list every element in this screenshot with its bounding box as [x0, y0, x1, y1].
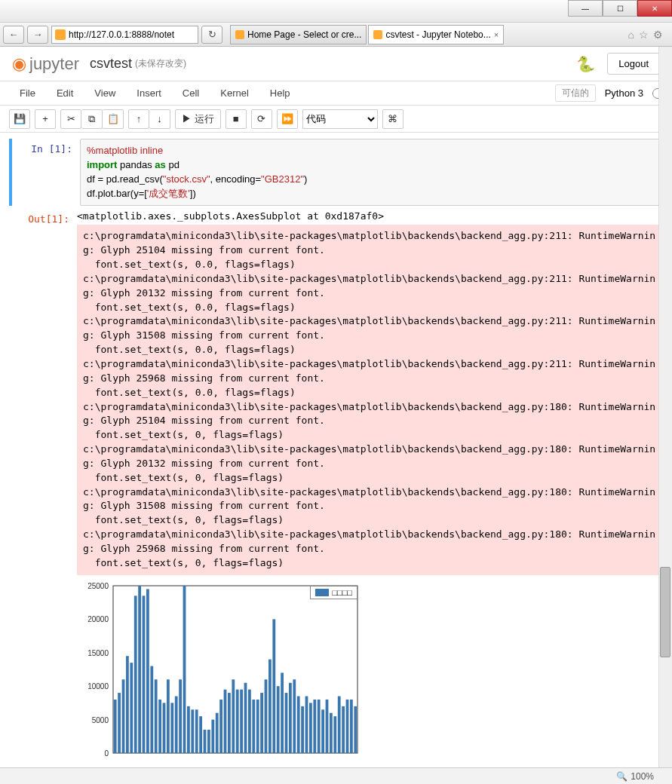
restart-button[interactable]: ⟳: [251, 109, 272, 129]
menu-cell[interactable]: Cell: [172, 87, 210, 99]
tab-close-icon[interactable]: ×: [494, 30, 499, 39]
jupyter-logo-icon: ◉: [12, 54, 26, 74]
menu-file[interactable]: File: [9, 87, 46, 99]
refresh-button[interactable]: ↻: [201, 26, 222, 44]
svg-rect-31: [211, 719, 214, 752]
input-prompt: In [1]:: [12, 139, 80, 206]
move-down-button[interactable]: ↓: [149, 109, 170, 129]
svg-text:20000: 20000: [87, 615, 109, 623]
notebook-toolbar: 💾 + ✂ ⧉ 📋 ↑ ↓ ▶ 运行 ■ ⟳ ⏩ 代码 ⌘: [0, 106, 672, 133]
svg-rect-17: [155, 679, 158, 753]
kernel-name[interactable]: Python 3: [596, 87, 652, 99]
notebook-header: ◉ jupyter csvtest (未保存改变) 🐍 Logout: [0, 47, 672, 81]
svg-text:5000: 5000: [92, 715, 109, 724]
svg-text:0: 0: [104, 749, 109, 758]
url-text: http://127.0.0.1:8888/notet: [69, 29, 174, 40]
svg-rect-6: [113, 586, 357, 753]
svg-rect-20: [167, 679, 170, 753]
legend-swatch-icon: [315, 589, 329, 596]
output-stderr: c:\programdata\miniconda3\lib\site-packa…: [77, 225, 663, 574]
code-input[interactable]: %matplotlib inline import pandas as pd d…: [80, 139, 663, 206]
tab-favicon-icon: [235, 30, 244, 39]
svg-rect-11: [130, 663, 133, 753]
browser-tab-notebook[interactable]: csvtest - Jupyter Notebo... ×: [368, 25, 504, 44]
interrupt-button[interactable]: ■: [226, 109, 247, 129]
svg-rect-23: [179, 679, 182, 753]
svg-text:25000: 25000: [87, 582, 109, 590]
scrollbar-thumb[interactable]: [660, 567, 670, 657]
svg-rect-7: [114, 700, 117, 753]
menu-help[interactable]: Help: [259, 87, 301, 99]
cut-cell-button[interactable]: ✂: [60, 109, 81, 129]
copy-cell-button[interactable]: ⧉: [81, 109, 103, 129]
svg-rect-63: [342, 706, 345, 752]
insert-cell-button[interactable]: +: [35, 109, 56, 129]
jupyter-brand-text: jupyter: [29, 54, 79, 74]
cell-type-select[interactable]: 代码: [302, 109, 378, 129]
notebook-name[interactable]: csvtest: [90, 56, 132, 72]
python-logo-icon: 🐍: [576, 55, 595, 73]
svg-rect-41: [252, 700, 255, 753]
window-minimize[interactable]: —: [568, 0, 603, 17]
zoom-icon[interactable]: 🔍: [616, 771, 628, 782]
address-bar[interactable]: http://127.0.0.1:8888/notet: [51, 26, 198, 44]
menu-view[interactable]: View: [84, 87, 126, 99]
trusted-indicator[interactable]: 可信的: [555, 84, 596, 102]
vertical-scrollbar[interactable]: [658, 47, 672, 770]
svg-rect-25: [187, 706, 190, 752]
svg-rect-9: [122, 679, 125, 753]
restart-run-all-button[interactable]: ⏩: [277, 109, 298, 129]
svg-rect-66: [354, 706, 357, 752]
svg-rect-28: [199, 716, 202, 753]
zoom-level: 100%: [631, 771, 654, 782]
svg-rect-55: [309, 703, 312, 753]
command-palette-button[interactable]: ⌘: [382, 109, 404, 129]
svg-rect-48: [281, 672, 284, 753]
output-plot: 0500010000150002000025000 □□□□: [77, 580, 364, 768]
move-up-button[interactable]: ↑: [128, 109, 149, 129]
svg-rect-52: [297, 696, 300, 752]
legend-label: □□□□: [332, 588, 352, 597]
logout-button[interactable]: Logout: [607, 53, 660, 75]
svg-rect-57: [318, 700, 321, 753]
window-titlebar: — ☐ ✕: [0, 0, 672, 23]
back-button[interactable]: ←: [3, 26, 24, 44]
plot-legend: □□□□: [310, 586, 357, 599]
svg-rect-56: [313, 700, 316, 753]
svg-rect-14: [143, 596, 146, 753]
svg-rect-65: [350, 700, 353, 753]
tab-favicon-icon: [373, 30, 382, 39]
svg-rect-58: [321, 709, 324, 753]
svg-rect-21: [170, 703, 173, 753]
browser-tab-home[interactable]: Home Page - Select or cre...: [230, 25, 367, 44]
window-close[interactable]: ✕: [637, 0, 672, 17]
svg-rect-36: [232, 679, 235, 753]
menu-edit[interactable]: Edit: [46, 87, 84, 99]
output-prompt: Out[1]:: [9, 209, 77, 767]
svg-rect-54: [305, 696, 308, 752]
menu-kernel[interactable]: Kernel: [210, 87, 259, 99]
star-icon[interactable]: ☆: [639, 29, 649, 41]
svg-rect-46: [272, 619, 275, 753]
home-icon[interactable]: ⌂: [628, 29, 634, 41]
run-button[interactable]: ▶ 运行: [175, 109, 221, 129]
output-cell-1: Out[1]: <matplotlib.axes._subplots.AxesS…: [9, 209, 663, 767]
svg-rect-35: [228, 693, 231, 753]
window-maximize[interactable]: ☐: [603, 0, 637, 17]
svg-rect-49: [285, 693, 288, 753]
svg-rect-44: [265, 679, 268, 753]
menu-insert[interactable]: Insert: [126, 87, 172, 99]
save-button[interactable]: 💾: [9, 109, 30, 129]
svg-rect-62: [338, 696, 341, 752]
svg-rect-38: [240, 689, 243, 752]
code-cell-1[interactable]: In [1]: %matplotlib inline import pandas…: [9, 139, 663, 206]
svg-rect-61: [333, 716, 336, 753]
forward-button[interactable]: →: [27, 26, 48, 44]
settings-icon[interactable]: ⚙: [653, 29, 663, 41]
paste-cell-button[interactable]: 📋: [103, 109, 124, 129]
svg-rect-47: [277, 686, 280, 753]
jupyter-logo[interactable]: ◉ jupyter: [12, 54, 79, 74]
svg-rect-18: [158, 700, 161, 753]
svg-rect-45: [268, 659, 272, 752]
svg-rect-60: [330, 712, 333, 752]
